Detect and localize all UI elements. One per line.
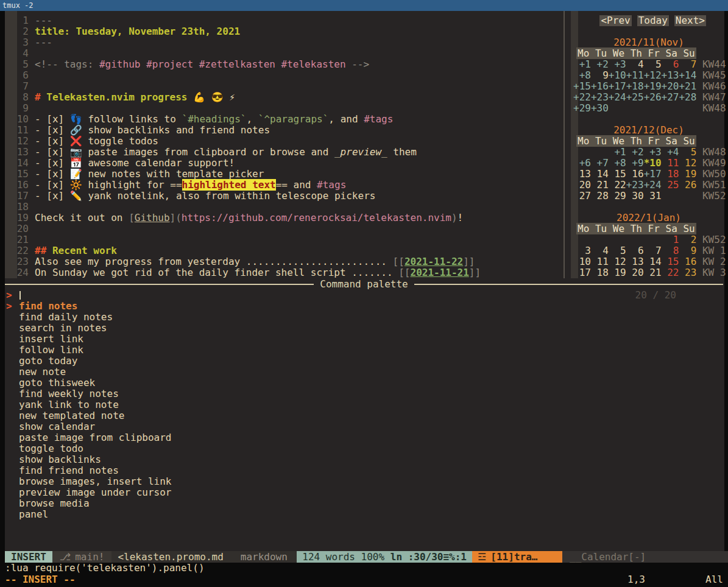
calendar-day[interactable]: 13 xyxy=(573,168,591,180)
calendar-day[interactable]: +24 xyxy=(644,179,662,191)
palette-item[interactable]: panel xyxy=(5,509,723,520)
calendar-day[interactable]: +20 xyxy=(662,80,679,92)
calendar-day[interactable]: 5 xyxy=(644,58,662,70)
calendar-day[interactable]: 25 xyxy=(662,179,679,191)
calendar-day[interactable]: 15 xyxy=(662,256,679,267)
calendar-day[interactable]: 4 xyxy=(591,245,609,256)
editor-line[interactable]: 21 xyxy=(5,234,564,245)
editor-line[interactable]: 15- [x] 📝 new notes with template picker xyxy=(5,169,564,180)
palette-item[interactable]: goto thisweek xyxy=(5,378,723,388)
calendar-day[interactable]: 15 xyxy=(609,168,626,180)
palette-item[interactable]: follow link xyxy=(5,345,723,356)
calendar-day[interactable]: +26 xyxy=(644,91,662,103)
calendar-day[interactable]: 26 xyxy=(679,179,696,191)
palette-item[interactable]: new note xyxy=(5,367,723,378)
calendar-day[interactable]: 11 xyxy=(591,256,609,267)
palette-item[interactable]: find friend notes xyxy=(5,465,723,476)
calendar-day[interactable]: +19 xyxy=(644,80,662,92)
calendar-day[interactable]: 23 xyxy=(679,267,696,278)
command-line[interactable]: :lua require('telekasten').panel() xyxy=(5,563,205,574)
editor-line[interactable]: 3--- xyxy=(5,37,564,48)
calendar-day[interactable]: +24 xyxy=(609,91,626,103)
calendar-day[interactable]: +23 xyxy=(591,91,609,103)
calendar-day[interactable]: 21 xyxy=(591,179,609,191)
calendar-day[interactable]: +22 xyxy=(573,91,591,103)
editor-line[interactable]: 24On Sunday we got rid of the daily find… xyxy=(5,267,564,278)
editor-line[interactable]: 17- [x] ✏️ yank notelink, also from with… xyxy=(5,191,564,202)
calendar-day[interactable]: +3 xyxy=(609,58,626,70)
palette-item[interactable]: find weekly notes xyxy=(5,388,723,399)
editor-line[interactable]: 18 xyxy=(5,202,564,213)
calendar-day[interactable]: 1 xyxy=(662,234,679,245)
github-link[interactable]: Github xyxy=(135,212,170,223)
calendar-day[interactable]: +4 xyxy=(662,146,679,158)
calendar-day[interactable]: 5 xyxy=(609,245,626,256)
palette-item[interactable]: preview image under cursor xyxy=(5,487,723,498)
calendar-day[interactable]: 12 xyxy=(679,157,696,169)
calendar-day[interactable]: 31 xyxy=(644,190,662,202)
calendar-day[interactable]: +23 xyxy=(626,179,644,191)
editor-line[interactable]: 11- [x] 🔗 show backlinks and friend note… xyxy=(5,125,564,136)
calendar-day[interactable]: 19 xyxy=(679,168,696,180)
editor-line[interactable]: 1--- xyxy=(5,15,564,26)
palette-item[interactable]: browse media xyxy=(5,498,723,509)
calendar-day[interactable]: +17 xyxy=(609,80,626,92)
calendar-day[interactable]: 20 xyxy=(573,179,591,191)
calendar-day[interactable]: +8 xyxy=(573,69,591,81)
calendar-day[interactable]: 17 xyxy=(573,267,591,278)
editor-line[interactable]: 10- [x] 👣 follow links to `#headings`, `… xyxy=(5,114,564,125)
calendar-next-button[interactable]: Next> xyxy=(674,15,706,26)
calendar-day[interactable]: +1 xyxy=(609,146,626,158)
tab-segment[interactable]: ☲[11]tra… xyxy=(472,551,562,563)
calendar-day[interactable]: +17 xyxy=(644,168,662,180)
calendar-day[interactable]: 12 xyxy=(609,256,626,267)
calendar-day[interactable]: 20 xyxy=(626,267,644,278)
calendar-day[interactable]: 9 xyxy=(591,69,609,81)
calendar-day[interactable]: +8 xyxy=(609,157,626,169)
palette-item[interactable]: show backlinks xyxy=(5,454,723,465)
editor-line[interactable]: 6 xyxy=(5,70,564,81)
calendar-day[interactable]: +27 xyxy=(662,91,679,103)
palette-item[interactable]: browse images, insert link xyxy=(5,476,723,487)
calendar-day[interactable]: +16 xyxy=(591,80,609,92)
calendar-day[interactable]: 5 xyxy=(679,146,696,158)
editor-line[interactable]: 22## Recent work xyxy=(5,245,564,256)
editor-line[interactable]: 2title: Tuesday, November 23th, 2021 xyxy=(5,26,564,37)
palette-item[interactable]: new templated note xyxy=(5,410,723,421)
editor-line[interactable]: 9 xyxy=(5,103,564,114)
calendar-day[interactable]: 4 xyxy=(626,58,644,70)
calendar-day[interactable]: 27 xyxy=(573,190,591,202)
calendar-day[interactable]: +14 xyxy=(679,69,696,81)
calendar-day[interactable]: *10 xyxy=(644,157,662,169)
palette-item[interactable]: goto today xyxy=(5,356,723,367)
calendar-day[interactable]: +2 xyxy=(626,146,644,158)
calendar-day[interactable]: 10 xyxy=(573,256,591,267)
calendar-day[interactable]: 16 xyxy=(679,256,696,267)
calendar-day[interactable]: +9 xyxy=(626,157,644,169)
calendar-day[interactable]: +10 xyxy=(609,69,626,81)
palette-item[interactable]: yank link to note xyxy=(5,399,723,410)
calendar-day[interactable]: 22 xyxy=(662,267,679,278)
note-link[interactable]: 2021-11-22 xyxy=(405,256,463,267)
calendar-day[interactable]: +29 xyxy=(573,102,591,114)
calendar-day[interactable]: +13 xyxy=(662,69,679,81)
editor-line[interactable]: 16- [x] 🔆 highlight for ==highlighted te… xyxy=(5,180,564,191)
calendar-day[interactable]: 7 xyxy=(644,245,662,256)
editor-line[interactable]: 8# Telekasten.nvim progress 💪 😎 ⚡ xyxy=(5,92,564,103)
editor-line[interactable]: 20 xyxy=(5,223,564,234)
palette-item[interactable]: show calendar xyxy=(5,421,723,432)
note-link[interactable]: 2021-11-21 xyxy=(411,267,469,278)
editor-line[interactable]: 12- [x] ❌ toggle todos xyxy=(5,136,564,147)
palette-item[interactable]: find daily notes xyxy=(5,312,723,323)
calendar-day[interactable]: 8 xyxy=(662,245,679,256)
calendar-day[interactable]: 30 xyxy=(626,190,644,202)
calendar-day[interactable]: 9 xyxy=(679,245,696,256)
palette-item[interactable]: paste image from clipboard xyxy=(5,432,723,443)
calendar-day[interactable]: 7 xyxy=(679,58,696,70)
editor-line[interactable]: 5<!-- tags: #github #project #zettelkast… xyxy=(5,59,564,70)
calendar-day[interactable]: 6 xyxy=(662,58,679,70)
editor-pane[interactable]: 1---2title: Tuesday, November 23th, 2021… xyxy=(5,15,564,278)
calendar-day[interactable]: 2 xyxy=(679,234,696,245)
calendar-day[interactable]: +15 xyxy=(573,80,591,92)
palette-item[interactable]: >find notes xyxy=(5,301,723,312)
